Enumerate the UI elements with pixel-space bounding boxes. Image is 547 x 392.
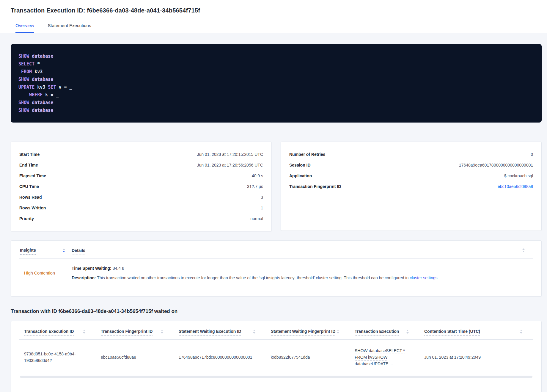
sql-identifier: v = _ — [56, 84, 72, 90]
column-header-label: Transaction Execution ID — [24, 329, 74, 336]
sort-arrows-icon[interactable] — [520, 330, 522, 334]
table-cell: 9738d051-bc0e-4158-a9b4-1903586ddd42 — [19, 339, 96, 375]
tab-bar: Overview Statement Executions — [11, 23, 536, 33]
execution-meta-list: Number of Retries0Session ID17648a9eea60… — [289, 149, 533, 192]
description-text: This transaction waited on other transac… — [96, 275, 410, 280]
column-header-contention-start-time-utc[interactable]: Contention Start Time (UTC) — [419, 329, 533, 340]
waited-table-row: 9738d051-bc0e-4158-a9b4-1903586ddd42ebc1… — [19, 339, 533, 375]
cluster-settings-link[interactable]: cluster settings — [410, 275, 437, 280]
sql-keyword: database — [29, 77, 53, 82]
sql-keyword: SET — [48, 84, 56, 90]
execution-details-list: Start TimeJun 01, 2023 at 17:20:15:2015 … — [19, 149, 263, 224]
detail-value: 1 — [261, 206, 263, 210]
insights-column-label: Insights — [20, 248, 36, 255]
horizontal-scrollbar[interactable] — [20, 376, 532, 378]
insights-card: Insights Details High Contention Time Sp… — [11, 240, 542, 297]
detail-value: normal — [250, 216, 263, 221]
sql-line: FROM kv3 — [18, 68, 534, 76]
sort-arrows-icon[interactable] — [161, 330, 163, 334]
sql-identifier: kv3 — [32, 69, 43, 74]
sql-line: SHOW database — [18, 99, 534, 106]
detail-row: Transaction Fingerprint IDebc10ae56cfd88… — [289, 181, 533, 192]
sql-identifier: kv3 — [34, 84, 48, 90]
sql-line: SELECT * — [18, 60, 534, 68]
sort-arrows-icon[interactable] — [337, 330, 339, 334]
time-spent-waiting: Time Spent Waiting: 34.4 s — [72, 265, 438, 271]
sort-arrows-icon[interactable] — [63, 248, 65, 252]
detail-row: Elapsed Time40.9 s — [19, 170, 263, 181]
column-header-label: Statement Waiting Fingerprint ID — [271, 329, 335, 336]
waited-on-table-card: Transaction Execution IDTransaction Fing… — [11, 321, 542, 392]
detail-label: Priority — [19, 216, 34, 221]
column-header-transaction-execution[interactable]: Transaction Execution — [350, 329, 419, 340]
detail-row: Application$ cockroach sql — [289, 170, 533, 181]
sql-line: UPDATE kv3 SET v = _ — [18, 83, 534, 91]
sql-keyword: WHERE — [29, 92, 43, 98]
waited-on-heading: Transaction with ID f6be6366-da03-48de-a… — [11, 308, 542, 314]
page-content: SHOW databaseSELECT * FROM kv3SHOW datab… — [0, 44, 547, 392]
detail-label: Transaction Fingerprint ID — [289, 184, 341, 189]
card-spacer — [19, 378, 533, 390]
sql-line: SHOW database — [18, 76, 534, 83]
time-spent-waiting-label: Time Spent Waiting: — [72, 266, 111, 271]
sql-identifier — [18, 69, 21, 74]
detail-label: CPU Time — [19, 184, 39, 189]
table-cell: 176498a9c717bdc80000000000000001 — [174, 339, 266, 375]
sql-keyword: FROM — [21, 69, 32, 74]
sort-arrows-icon[interactable] — [522, 248, 525, 252]
page-header: Transaction Execution ID: f6be6366-da03-… — [0, 0, 547, 33]
column-header-label: Transaction Fingerprint ID — [101, 329, 153, 336]
column-header-label: Statement Waiting Execution ID — [179, 329, 241, 336]
detail-row: Number of Retries0 — [289, 149, 533, 160]
insights-column-header[interactable]: Insights — [19, 248, 72, 255]
detail-label: Elapsed Time — [19, 173, 46, 178]
detail-value: 312.7 µs — [247, 184, 263, 189]
sort-arrows-icon[interactable] — [83, 330, 85, 334]
sql-line: SHOW database — [18, 106, 534, 114]
sort-arrows-icon[interactable] — [406, 330, 409, 334]
detail-row: End TimeJun 01, 2023 at 17:20:56:2056 UT… — [19, 160, 263, 170]
time-spent-waiting-value: 34.4 s — [111, 266, 124, 271]
table-cell: \xdb8922f077541dda — [266, 339, 350, 375]
sql-keyword: SHOW — [18, 77, 29, 82]
detail-value: 0 — [531, 152, 533, 157]
detail-value: 3 — [261, 195, 263, 200]
sort-arrows-icon[interactable] — [253, 330, 255, 334]
description-suffix: . — [438, 275, 439, 280]
insight-description: Description: This transaction waited on … — [72, 275, 438, 281]
summary-cards-row: Start TimeJun 01, 2023 at 17:20:15:2015 … — [11, 142, 542, 231]
detail-value: Jun 01, 2023 at 17:20:56:2056 UTC — [197, 163, 263, 167]
sql-line: SHOW database — [18, 52, 534, 60]
column-header-transaction-fingerprint-id[interactable]: Transaction Fingerprint ID — [96, 329, 174, 340]
insight-details: Time Spent Waiting: 34.4 s Description: … — [72, 265, 438, 281]
execution-meta-card: Number of Retries0Session ID17648a9eea60… — [281, 142, 542, 231]
sql-identifier: * — [34, 61, 40, 67]
detail-row: Start TimeJun 01, 2023 at 17:20:15:2015 … — [19, 149, 263, 160]
sql-statements-box: SHOW databaseSELECT * FROM kv3SHOW datab… — [11, 44, 542, 123]
column-header-label: Contention Start Time (UTC) — [424, 329, 480, 336]
sql-keyword: UPDATE — [18, 84, 34, 90]
detail-label: Rows Read — [19, 195, 42, 200]
transaction-execution-link[interactable]: SHOW databaseSELECT * FROM kv3SHOW datab… — [350, 339, 419, 375]
detail-row: Rows Read3 — [19, 192, 263, 203]
details-column-header[interactable]: Details — [72, 248, 85, 255]
detail-label: Session ID — [289, 163, 311, 167]
column-header-transaction-execution-id[interactable]: Transaction Execution ID — [19, 329, 96, 340]
waited-table: Transaction Execution IDTransaction Fing… — [19, 329, 533, 375]
tab-statement-executions[interactable]: Statement Executions — [48, 23, 91, 33]
sql-keyword: database — [29, 100, 53, 105]
tab-overview[interactable]: Overview — [15, 23, 34, 33]
sql-keyword: SHOW — [18, 108, 29, 113]
detail-label: Number of Retries — [289, 152, 325, 157]
execution-details-card: Start TimeJun 01, 2023 at 17:20:15:2015 … — [11, 142, 272, 231]
detail-value: $ cockroach sql — [504, 173, 533, 178]
sql-keyword: SHOW — [18, 100, 29, 105]
detail-row: Session ID17648a9eea60178000000000000000… — [289, 160, 533, 170]
detail-label: Rows Written — [19, 206, 46, 210]
column-header-statement-waiting-execution-id[interactable]: Statement Waiting Execution ID — [174, 329, 266, 340]
transaction-fingerprint-link[interactable]: ebc10ae56cfd88a8 — [498, 184, 533, 189]
insight-row: High Contention Time Spent Waiting: 34.4… — [19, 259, 533, 288]
sql-keyword: SHOW — [18, 54, 29, 59]
detail-value: 40.9 s — [252, 173, 263, 178]
column-header-statement-waiting-fingerprint-id[interactable]: Statement Waiting Fingerprint ID — [266, 329, 350, 340]
